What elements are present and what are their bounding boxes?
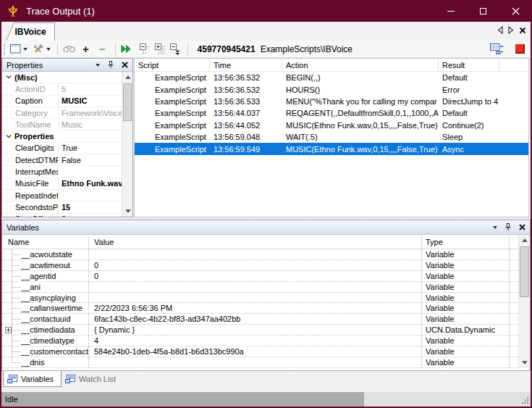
add-button[interactable]: +: [78, 42, 93, 57]
cell-action: MUSIC(Ethno Funk.wav,0,15,,,,False,True): [282, 120, 439, 131]
properties-panel-header[interactable]: Properties: [2, 59, 132, 72]
cell-name: __ani: [21, 282, 89, 292]
property-row[interactable]: RepeatIndefinitely: [2, 190, 122, 201]
variable-row[interactable]: __acwoutstate Variable: [2, 249, 518, 260]
property-row[interactable]: ToolName Music: [2, 119, 122, 130]
trace-row[interactable]: ExampleScript 13:56:59.048 WAIT(.5) Slee…: [135, 131, 528, 143]
variable-row[interactable]: __callanswertime 2/22/2023 6:56:36 PM Va…: [2, 303, 518, 314]
output-grid-button[interactable]: [489, 42, 505, 57]
new-view-button[interactable]: [9, 42, 29, 57]
tab-variables[interactable]: Variables: [3, 371, 62, 387]
tools-button[interactable]: [30, 42, 52, 57]
scroll-up-button[interactable]: [122, 72, 133, 83]
property-value[interactable]: True: [58, 143, 122, 154]
variable-row[interactable]: __customercontactid 584e24b0-1deb-4f5a-b…: [2, 346, 518, 357]
cell-name: __ctimediadata: [21, 325, 89, 335]
collapse-all-button[interactable]: [169, 42, 182, 57]
trace-row[interactable]: ExampleScript 13:56:36.532 BEGIN(,,) Def…: [135, 72, 528, 83]
property-row[interactable]: MusicFile Ethno Funk.wav: [2, 178, 122, 190]
property-value[interactable]: Music: [58, 119, 122, 130]
property-value[interactable]: False: [58, 154, 122, 165]
variable-row[interactable]: __acwtimeout 0 Variable: [2, 260, 518, 271]
panel-close-button[interactable]: [122, 62, 128, 68]
panel-menu-button[interactable]: [96, 64, 100, 69]
stop-button[interactable]: [515, 44, 525, 54]
property-row[interactable]: SecondstoPlay 15: [2, 201, 122, 213]
minimize-button[interactable]: [434, 0, 467, 22]
pin-button[interactable]: [108, 61, 114, 69]
remove-button[interactable]: −: [95, 42, 110, 57]
variable-row[interactable]: __dnis Variable: [2, 357, 518, 368]
tab-ibvoice[interactable]: IBVoice: [7, 23, 54, 41]
cell-name: __dnis: [21, 357, 89, 367]
column-header-value[interactable]: Value: [89, 235, 422, 249]
property-row[interactable]: ActionID 5: [2, 83, 122, 95]
cell-type: Variable: [422, 357, 510, 367]
resume-button[interactable]: [119, 42, 132, 57]
panel-menu-button[interactable]: [493, 226, 497, 231]
property-row[interactable]: Caption MUSIC: [2, 96, 122, 107]
variables-panel-header[interactable]: Variables: [2, 220, 530, 235]
column-header-action[interactable]: Action: [282, 59, 439, 71]
tab-scroll-right-button[interactable]: [508, 26, 514, 34]
property-group-misc[interactable]: (Misc): [2, 72, 122, 83]
column-header-name[interactable]: Name: [2, 235, 89, 249]
close-button[interactable]: [499, 0, 532, 22]
variable-row[interactable]: __agentid 0 Variable: [2, 271, 518, 282]
variable-row[interactable]: __ctimediatype 4 Variable: [2, 336, 518, 346]
cell-type: Variable: [422, 303, 510, 313]
chevron-down-icon: [46, 48, 51, 53]
property-name: Category: [14, 107, 58, 118]
variable-row[interactable]: __contactuuid 6fac143b-c8ec-4b22-bf83-ad…: [2, 314, 518, 325]
tab-close-button[interactable]: [519, 27, 526, 34]
property-value[interactable]: 15: [58, 201, 122, 212]
trace-row[interactable]: ExampleScript 13:56:44.037 REQAGENT(,,De…: [135, 107, 528, 119]
property-value[interactable]: [58, 190, 122, 201]
trace-row[interactable]: ExampleScript 13:56:36.532 HOURS() Error: [135, 83, 528, 95]
column-header-result[interactable]: Result: [439, 59, 499, 71]
trace-row[interactable]: ExampleScript 13:56:44.052 MUSIC(Ethno F…: [135, 120, 528, 131]
property-value[interactable]: [58, 166, 122, 177]
column-header-type[interactable]: Type: [422, 235, 510, 249]
variable-row[interactable]: __ani Variable: [2, 282, 518, 293]
scroll-down-button[interactable]: [519, 357, 530, 368]
variable-row[interactable]: __ctimediadata { Dynamic } UCN.Data.Dyna…: [2, 325, 518, 336]
minimize-icon: [447, 11, 455, 12]
toolbar-grip[interactable]: [4, 43, 6, 55]
column-header-time[interactable]: Time: [210, 59, 282, 71]
property-group-properties[interactable]: Properties: [2, 130, 122, 142]
title-bar[interactable]: Trace Output (1): [0, 0, 532, 22]
cell-type: Variable: [422, 314, 510, 324]
pin-button[interactable]: [505, 223, 511, 231]
property-row[interactable]: Category Framework\Voice: [2, 107, 122, 119]
property-value[interactable]: 0: [58, 214, 122, 217]
cell-name: __acwtimeout: [21, 260, 89, 270]
property-row[interactable]: StartOffset 0: [2, 214, 122, 217]
trace-row-selected[interactable]: ExampleScript 13:56:59.549 MUSIC(Ethno F…: [135, 143, 528, 154]
cell-name: __acwoutstate: [21, 249, 89, 259]
expand-plus-icon[interactable]: [5, 327, 12, 333]
resize-grip[interactable]: [521, 396, 529, 404]
tab-scroll-left-button[interactable]: [497, 26, 503, 34]
find-button-disabled[interactable]: [62, 42, 77, 57]
property-row[interactable]: InterruptMessage: [2, 166, 122, 178]
property-value[interactable]: 5: [58, 83, 122, 94]
scrollbar-thumb[interactable]: [123, 83, 132, 121]
panel-close-button[interactable]: [519, 224, 525, 230]
scrollbar-thumb[interactable]: [520, 246, 529, 297]
column-header-script[interactable]: Script: [135, 59, 210, 71]
collapse-tree-button[interactable]: [138, 42, 152, 57]
tab-watch-list[interactable]: Watch List: [62, 371, 123, 387]
scroll-down-button[interactable]: [122, 206, 133, 217]
expand-tree-button[interactable]: [153, 42, 167, 57]
scroll-up-button[interactable]: [519, 235, 530, 246]
variable-row[interactable]: __asyncplaying Variable: [2, 293, 518, 304]
triangle-down-icon: [125, 209, 131, 216]
property-row[interactable]: DetectDTMF False: [2, 154, 122, 166]
property-value[interactable]: Framework\Voice: [58, 107, 122, 118]
maximize-button[interactable]: [467, 0, 499, 22]
property-row[interactable]: ClearDigits True: [2, 143, 122, 154]
property-value[interactable]: MUSIC: [58, 96, 122, 107]
property-value[interactable]: Ethno Funk.wav: [58, 178, 122, 189]
trace-row[interactable]: ExampleScript 13:56:36.533 MENU("%Thank …: [135, 96, 528, 107]
